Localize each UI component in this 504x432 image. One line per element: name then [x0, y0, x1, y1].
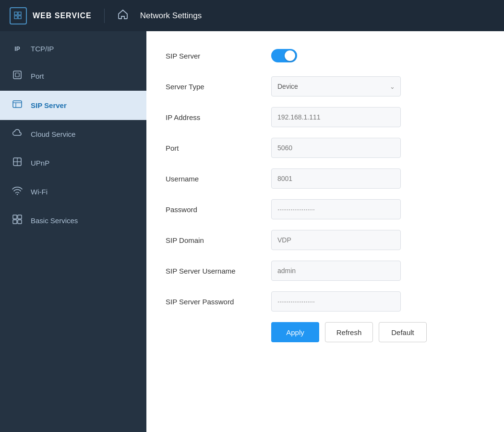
toggle-knob — [285, 50, 295, 61]
main-content: SIP Server Server Type Device Cloud Cust… — [146, 31, 504, 432]
ip-address-label: IP Address — [166, 113, 271, 121]
svg-point-12 — [17, 194, 18, 195]
svg-rect-15 — [13, 220, 17, 224]
server-type-select[interactable]: Device Cloud Custom — [271, 76, 401, 96]
sip-server-username-label: SIP Server Username — [166, 267, 271, 275]
header: WEB SERVICE Network Settings — [0, 0, 504, 31]
sip-server-password-input[interactable] — [271, 291, 401, 312]
sidebar-item-port[interactable]: Port — [0, 61, 146, 91]
sidebar-item-sip-server[interactable]: SIP Server — [0, 91, 146, 120]
app-logo: WEB SERVICE — [10, 7, 92, 24]
cloud-icon — [12, 129, 23, 140]
password-label: Password — [166, 205, 271, 214]
basic-services-icon — [12, 215, 23, 227]
sip-server-row: SIP Server — [166, 46, 485, 66]
sidebar-item-basic-services[interactable]: Basic Services — [0, 206, 146, 235]
username-label: Username — [166, 175, 271, 183]
port-label: Port — [166, 144, 271, 152]
sidebar-label-wifi: Wi-Fi — [31, 188, 48, 196]
sidebar-item-tcpip[interactable]: IP TCP/IP — [0, 36, 146, 61]
app-name: WEB SERVICE — [33, 12, 92, 20]
sidebar-label-upnp: UPnP — [31, 159, 49, 167]
svg-rect-0 — [14, 12, 17, 15]
username-row: Username — [166, 168, 485, 189]
wifi-icon — [12, 186, 23, 197]
sidebar-item-wifi[interactable]: Wi-Fi — [0, 178, 146, 206]
sip-server-password-label: SIP Server Password — [166, 298, 271, 306]
sidebar-label-cloud-service: Cloud Service — [31, 130, 75, 138]
logo-icon — [10, 7, 27, 24]
svg-rect-6 — [13, 101, 22, 108]
sip-icon — [12, 99, 23, 111]
svg-rect-16 — [18, 220, 22, 224]
refresh-button[interactable]: Refresh — [325, 322, 373, 342]
page-title: Network Settings — [140, 11, 202, 21]
action-buttons: Apply Refresh Default — [271, 322, 485, 342]
svg-rect-3 — [18, 16, 21, 19]
ip-address-input[interactable] — [271, 107, 401, 127]
sip-server-toggle[interactable] — [271, 49, 297, 62]
port-icon — [12, 70, 23, 82]
ip-address-row: IP Address — [166, 107, 485, 127]
ip-icon: IP — [12, 46, 23, 52]
svg-rect-2 — [14, 16, 17, 19]
sip-server-username-input[interactable] — [271, 261, 401, 281]
sidebar-item-cloud-service[interactable]: Cloud Service — [0, 120, 146, 148]
server-type-select-wrapper: Device Cloud Custom ⌄ — [271, 76, 401, 96]
default-button[interactable]: Default — [379, 322, 427, 342]
sidebar-label-port: Port — [31, 72, 44, 80]
apply-button[interactable]: Apply — [271, 322, 319, 342]
sidebar: IP TCP/IP Port SIP Server — [0, 31, 146, 432]
svg-rect-5 — [15, 73, 19, 77]
sidebar-label-tcpip: TCP/IP — [31, 45, 54, 53]
username-input[interactable] — [271, 168, 401, 189]
main-layout: IP TCP/IP Port SIP Server — [0, 31, 504, 432]
server-type-row: Server Type Device Cloud Custom ⌄ — [166, 76, 485, 96]
password-input[interactable] — [271, 199, 401, 219]
port-row: Port — [166, 138, 485, 158]
server-type-label: Server Type — [166, 83, 271, 91]
svg-rect-14 — [18, 215, 22, 219]
sip-server-label: SIP Server — [166, 52, 271, 60]
sip-domain-label: SIP Domain — [166, 236, 271, 244]
svg-rect-4 — [13, 71, 21, 79]
header-divider — [104, 9, 105, 23]
sip-domain-input[interactable] — [271, 230, 401, 250]
sidebar-label-basic-services: Basic Services — [31, 216, 78, 225]
svg-rect-13 — [13, 215, 17, 219]
sip-server-password-row: SIP Server Password — [166, 291, 485, 312]
sip-domain-row: SIP Domain — [166, 230, 485, 250]
sidebar-label-sip-server: SIP Server — [31, 101, 67, 109]
password-row: Password — [166, 199, 485, 219]
port-input[interactable] — [271, 138, 401, 158]
sidebar-item-upnp[interactable]: UPnP — [0, 148, 146, 178]
sip-server-username-row: SIP Server Username — [166, 261, 485, 281]
svg-rect-1 — [18, 12, 21, 15]
upnp-icon — [12, 157, 23, 169]
home-icon[interactable] — [117, 9, 129, 23]
